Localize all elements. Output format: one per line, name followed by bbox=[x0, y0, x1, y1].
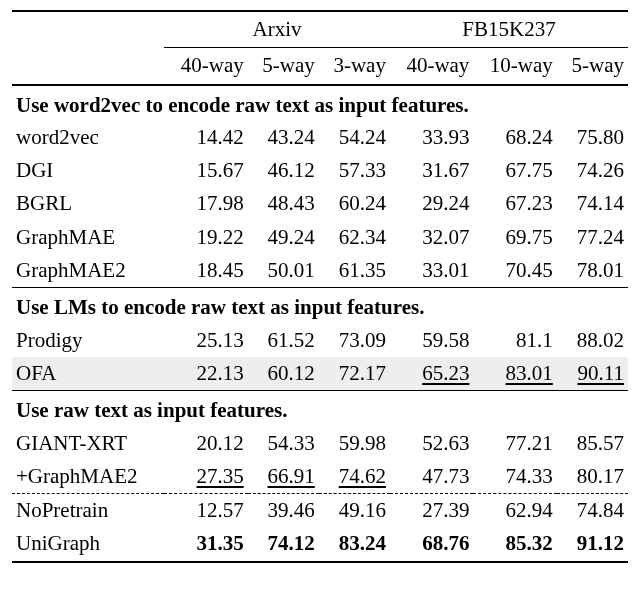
cell: 20.12 bbox=[164, 427, 247, 460]
method-label: Prodigy bbox=[12, 324, 164, 357]
cell: 32.07 bbox=[390, 221, 473, 254]
method-label: DGI bbox=[12, 154, 164, 187]
method-label: OFA bbox=[12, 357, 164, 391]
cell: 83.01 bbox=[473, 357, 556, 391]
cell: 25.13 bbox=[164, 324, 247, 357]
cell: 62.94 bbox=[473, 494, 556, 528]
cell: 77.24 bbox=[557, 221, 628, 254]
section-heading-lm: Use LMs to encode raw text as input feat… bbox=[12, 288, 628, 324]
cell: 27.39 bbox=[390, 494, 473, 528]
col-arxiv-5way: 5-way bbox=[248, 48, 319, 84]
group-header-row: Arxiv FB15K237 bbox=[12, 11, 628, 48]
cell: 27.35 bbox=[164, 460, 247, 494]
cell: 29.24 bbox=[390, 187, 473, 220]
cell: 74.33 bbox=[473, 460, 556, 494]
col-fb-10way: 10-way bbox=[473, 48, 556, 84]
cell: 14.42 bbox=[164, 121, 247, 154]
cell: 54.24 bbox=[319, 121, 390, 154]
cell: 77.21 bbox=[473, 427, 556, 460]
cell: 74.14 bbox=[557, 187, 628, 220]
cell: 43.24 bbox=[248, 121, 319, 154]
group-header-arxiv: Arxiv bbox=[164, 11, 390, 48]
cell: 67.75 bbox=[473, 154, 556, 187]
cell: 18.45 bbox=[164, 254, 247, 288]
cell: 22.13 bbox=[164, 357, 247, 391]
cell: 15.67 bbox=[164, 154, 247, 187]
method-label: GraphMAE2 bbox=[12, 254, 164, 288]
section-heading-raw: Use raw text as input features. bbox=[12, 391, 628, 427]
cell: 46.12 bbox=[248, 154, 319, 187]
method-label: GraphMAE bbox=[12, 221, 164, 254]
table-row: GraphMAE 19.22 49.24 62.34 32.07 69.75 7… bbox=[12, 221, 628, 254]
cell: 66.91 bbox=[248, 460, 319, 494]
section-heading-word2vec: Use word2vec to encode raw text as input… bbox=[12, 85, 628, 121]
cell: 78.01 bbox=[557, 254, 628, 288]
table-row: NoPretrain 12.57 39.46 49.16 27.39 62.94… bbox=[12, 494, 628, 528]
table-row: word2vec 14.42 43.24 54.24 33.93 68.24 7… bbox=[12, 121, 628, 154]
cell: 90.11 bbox=[557, 357, 628, 391]
table-row: UniGraph 31.35 74.12 83.24 68.76 85.32 9… bbox=[12, 527, 628, 561]
cell: 59.58 bbox=[390, 324, 473, 357]
cell: 61.35 bbox=[319, 254, 390, 288]
cell: 70.45 bbox=[473, 254, 556, 288]
table-row: BGRL 17.98 48.43 60.24 29.24 67.23 74.14 bbox=[12, 187, 628, 220]
method-label: word2vec bbox=[12, 121, 164, 154]
cell: 60.12 bbox=[248, 357, 319, 391]
method-label: UniGraph bbox=[12, 527, 164, 561]
cell: 50.01 bbox=[248, 254, 319, 288]
cell: 74.62 bbox=[319, 460, 390, 494]
cell: 33.01 bbox=[390, 254, 473, 288]
table-row: Prodigy 25.13 61.52 73.09 59.58 81.1 88.… bbox=[12, 324, 628, 357]
cell: 85.57 bbox=[557, 427, 628, 460]
group-header-fb15k237: FB15K237 bbox=[390, 11, 628, 48]
cell: 31.67 bbox=[390, 154, 473, 187]
cell: 67.23 bbox=[473, 187, 556, 220]
cell: 74.84 bbox=[557, 494, 628, 528]
results-table: Arxiv FB15K237 40-way 5-way 3-way 40-way… bbox=[0, 0, 640, 573]
col-arxiv-40way: 40-way bbox=[164, 48, 247, 84]
cell: 49.24 bbox=[248, 221, 319, 254]
table-row: GraphMAE2 18.45 50.01 61.35 33.01 70.45 … bbox=[12, 254, 628, 288]
cell: 49.16 bbox=[319, 494, 390, 528]
table-row: OFA 22.13 60.12 72.17 65.23 83.01 90.11 bbox=[12, 357, 628, 391]
cell: 61.52 bbox=[248, 324, 319, 357]
col-fb-40way: 40-way bbox=[390, 48, 473, 84]
col-fb-5way: 5-way bbox=[557, 48, 628, 84]
table-row: DGI 15.67 46.12 57.33 31.67 67.75 74.26 bbox=[12, 154, 628, 187]
cell: 12.57 bbox=[164, 494, 247, 528]
cell: 60.24 bbox=[319, 187, 390, 220]
cell: 33.93 bbox=[390, 121, 473, 154]
method-label: GIANT-XRT bbox=[12, 427, 164, 460]
cell: 74.12 bbox=[248, 527, 319, 561]
cell: 62.34 bbox=[319, 221, 390, 254]
cell: 47.73 bbox=[390, 460, 473, 494]
table-row: +GraphMAE2 27.35 66.91 74.62 47.73 74.33… bbox=[12, 460, 628, 494]
method-label: BGRL bbox=[12, 187, 164, 220]
cell: 88.02 bbox=[557, 324, 628, 357]
cell: 81.1 bbox=[473, 324, 556, 357]
col-arxiv-3way: 3-way bbox=[319, 48, 390, 84]
cell: 80.17 bbox=[557, 460, 628, 494]
cell: 91.12 bbox=[557, 527, 628, 561]
cell: 48.43 bbox=[248, 187, 319, 220]
cell: 19.22 bbox=[164, 221, 247, 254]
cell: 52.63 bbox=[390, 427, 473, 460]
cell: 68.24 bbox=[473, 121, 556, 154]
cell: 59.98 bbox=[319, 427, 390, 460]
cell: 75.80 bbox=[557, 121, 628, 154]
column-header-row: 40-way 5-way 3-way 40-way 10-way 5-way bbox=[12, 48, 628, 84]
cell: 39.46 bbox=[248, 494, 319, 528]
method-label: NoPretrain bbox=[12, 494, 164, 528]
cell: 17.98 bbox=[164, 187, 247, 220]
cell: 83.24 bbox=[319, 527, 390, 561]
cell: 68.76 bbox=[390, 527, 473, 561]
cell: 65.23 bbox=[390, 357, 473, 391]
method-label: +GraphMAE2 bbox=[12, 460, 164, 494]
cell: 54.33 bbox=[248, 427, 319, 460]
cell: 69.75 bbox=[473, 221, 556, 254]
cell: 72.17 bbox=[319, 357, 390, 391]
cell: 73.09 bbox=[319, 324, 390, 357]
table-row: GIANT-XRT 20.12 54.33 59.98 52.63 77.21 … bbox=[12, 427, 628, 460]
cell: 57.33 bbox=[319, 154, 390, 187]
cell: 74.26 bbox=[557, 154, 628, 187]
